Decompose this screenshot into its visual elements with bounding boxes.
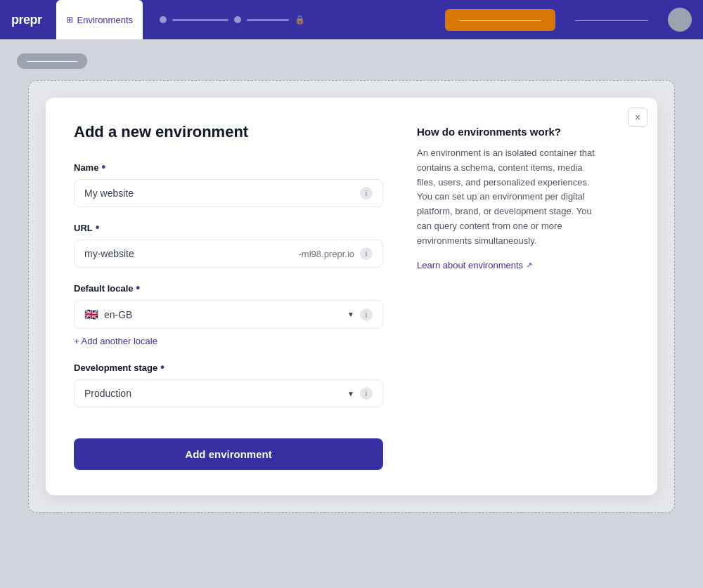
step-dot-2 xyxy=(234,16,241,23)
step-line-2 xyxy=(247,19,289,21)
avatar xyxy=(668,8,692,32)
url-input-wrapper: -ml98.prepr.io i xyxy=(74,240,383,268)
help-column: How do environments work? An environment… xyxy=(417,123,600,470)
locale-chevron-icon: ▼ xyxy=(347,311,354,318)
name-field-group: Name • i xyxy=(74,161,383,207)
stage-chevron-icon: ▼ xyxy=(347,390,354,398)
help-link-label: Learn about environments xyxy=(417,260,523,270)
step-line-1 xyxy=(172,19,228,21)
url-required: • xyxy=(96,221,100,234)
close-button[interactable]: × xyxy=(628,107,647,127)
tab-environments-icon: ⊞ xyxy=(66,15,73,25)
topnav: prepr ⊞ Environments 🔒 ————————— ———————… xyxy=(0,0,703,39)
card-wrapper: × Add a new environment Name • i xyxy=(28,80,675,513)
locale-field-group: Default locale • 🇬🇧 en-GB ▼ i + Add anot… xyxy=(74,282,383,347)
step-dot-1 xyxy=(160,16,167,23)
name-required: • xyxy=(101,161,105,174)
help-body: An environment is an isolated container … xyxy=(417,146,600,249)
stage-info-icon[interactable]: i xyxy=(360,387,373,400)
locale-dropdown[interactable]: 🇬🇧 en-GB ▼ i xyxy=(74,300,383,329)
dialog-card: × Add a new environment Name • i xyxy=(46,98,657,495)
nav-steps: 🔒 xyxy=(160,15,434,25)
name-label: Name • xyxy=(74,161,383,174)
url-field-group: URL • -ml98.prepr.io i xyxy=(74,221,383,268)
stage-value: Production xyxy=(84,388,347,399)
page-body: —————— × Add a new environment Name • i xyxy=(0,39,703,588)
breadcrumb: —————— xyxy=(17,53,87,69)
url-label: URL • xyxy=(74,221,383,234)
submit-button[interactable]: Add environment xyxy=(74,438,383,470)
lock-icon: 🔒 xyxy=(295,15,305,25)
locale-info-icon[interactable]: i xyxy=(360,308,373,321)
help-title: How do environments work? xyxy=(417,126,600,138)
external-link-icon: ↗ xyxy=(526,261,532,270)
url-info-icon[interactable]: i xyxy=(360,247,373,260)
locale-label: Default locale • xyxy=(74,282,383,294)
tab-environments[interactable]: ⊞ Environments xyxy=(56,0,143,39)
name-info-icon[interactable]: i xyxy=(360,187,373,200)
locale-flag: 🇬🇧 xyxy=(84,308,98,321)
name-input-wrapper: i xyxy=(74,179,383,207)
help-link[interactable]: Learn about environments ↗ xyxy=(417,260,532,270)
locale-value: en-GB xyxy=(104,309,347,320)
stage-required: • xyxy=(160,361,165,374)
stage-dropdown[interactable]: Production ▼ i xyxy=(74,379,383,407)
locale-required: • xyxy=(136,282,141,294)
stage-label: Development stage • xyxy=(74,361,383,374)
form-column: Add a new environment Name • i URL xyxy=(74,123,383,470)
url-input[interactable] xyxy=(84,248,299,259)
tab-environments-label: Environments xyxy=(77,15,133,25)
dialog-title: Add a new environment xyxy=(74,123,383,141)
name-input[interactable] xyxy=(84,188,360,199)
breadcrumb-bar: —————— xyxy=(17,53,686,69)
nav-secondary-button[interactable]: ———————— xyxy=(567,9,657,31)
stage-field-group: Development stage • Production ▼ i xyxy=(74,361,383,407)
nav-primary-button[interactable]: ————————— xyxy=(445,9,555,31)
logo: prepr xyxy=(11,13,42,27)
url-suffix: -ml98.prepr.io xyxy=(299,249,354,259)
add-locale-link[interactable]: + Add another locale xyxy=(74,336,157,346)
